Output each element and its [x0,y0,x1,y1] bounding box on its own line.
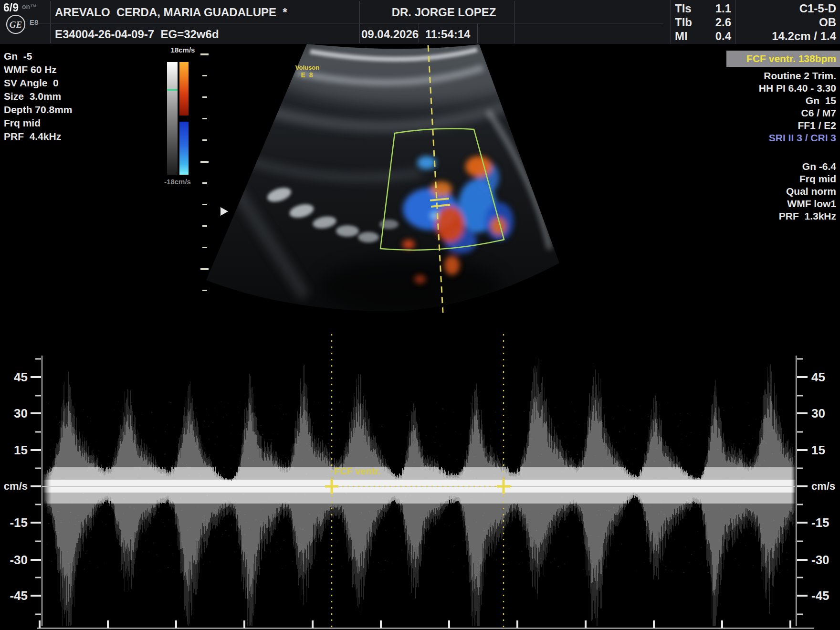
velocity-axis-label: 45 [0,370,28,384]
pw-param-line: PRF 1.3kHz [668,210,836,222]
velocity-axis-label: -15 [811,515,840,530]
page-indicator[interactable]: 6/9 [3,1,19,14]
pw-param-line: C6 / M7 [668,107,836,119]
velocity-axis-label: -45 [811,588,840,603]
colorbar-negative [179,122,189,175]
watermark-line2: E 8 [285,71,329,79]
doppler-param-line: Frq mid [4,116,73,130]
doppler-param-line: Size 3.0mm [4,90,73,103]
pw-param-line: Gn -6.4 [668,160,836,173]
ultrasound-screen: on™ 6/9 GE E8 AREVALO CERDA, MARIA GUADA… [0,0,840,630]
color-doppler-params: Gn -5WMF 60 HzSV Angle 0Size 3.0mmDepth … [4,50,73,143]
measurement-result-highlight[interactable]: FCF ventr. 138bpm [726,51,840,67]
pw-param-line: Frq mid [668,173,836,185]
pw-param-line: FF1 / E2 [668,119,836,132]
depth-tick [202,182,207,184]
depth-tick [200,161,209,163]
depth-tick [202,204,207,205]
depth-tick [202,75,207,76]
velocity-axis-label: cm/s [811,479,840,494]
pw-param-line: SRI II 3 / CRI 3 [668,132,836,144]
velocity-axis-label: 15 [811,443,840,457]
measurement-caliper-label: FCF ventr. [334,466,381,477]
velocity-axis-label: cm/s [0,479,28,494]
pw-param-line: Gn 15 [668,94,836,107]
velocity-axis-label: 30 [811,406,840,420]
depth-tick [200,268,209,270]
grayscale-marker [167,89,178,91]
pw-param-line: HH PI 6.40 - 3.30 [668,82,836,94]
velocity-axis-label: -30 [0,553,28,567]
pw-param-line: WMF low1 [668,198,836,210]
depth-tick [202,118,207,119]
depth-tick [202,96,207,98]
pw-param-line: Qual norm [668,185,836,198]
velocity-axis-label: 15 [0,443,28,457]
colorbar-positive [179,62,189,116]
color-scale-max: 18cm/s [162,46,203,54]
pw-doppler-params-1: Routine 2 Trim.HH PI 6.40 - 3.30Gn 15C6 … [668,70,836,144]
doppler-param-line: SV Angle 0 [4,76,73,90]
velocity-axis-label: 30 [0,406,28,420]
depth-tick [202,139,207,141]
pw-param-line: Routine 2 Trim. [668,70,836,82]
watermark: Voluson E 8 [285,64,329,79]
depth-tick [200,53,209,55]
focus-arrow-icon[interactable] [220,207,228,216]
doppler-param-line: PRF 4.4kHz [4,130,73,143]
doppler-param-line: WMF 60 Hz [4,63,73,76]
velocity-axis-label: -45 [0,588,28,603]
depth-tick [202,290,207,291]
depth-tick [202,225,207,227]
velocity-axis-label: -15 [0,515,28,530]
velocity-axis-label: 45 [811,370,840,384]
doppler-param-line: Gn -5 [4,50,73,63]
depth-tick [202,247,207,248]
watermark-line1: Voluson [285,64,329,71]
grayscale-bar [167,62,178,175]
brand-fragment: on™ [22,3,37,10]
doppler-param-line: Depth 70.8mm [4,103,73,116]
velocity-axis-label: -30 [811,553,840,567]
pw-doppler-params-2: Gn -6.4Frq midQual normWMF low1PRF 1.3kH… [668,160,836,222]
spectral-waveform [42,340,796,626]
color-scale-min: -18cm/s [154,178,201,186]
